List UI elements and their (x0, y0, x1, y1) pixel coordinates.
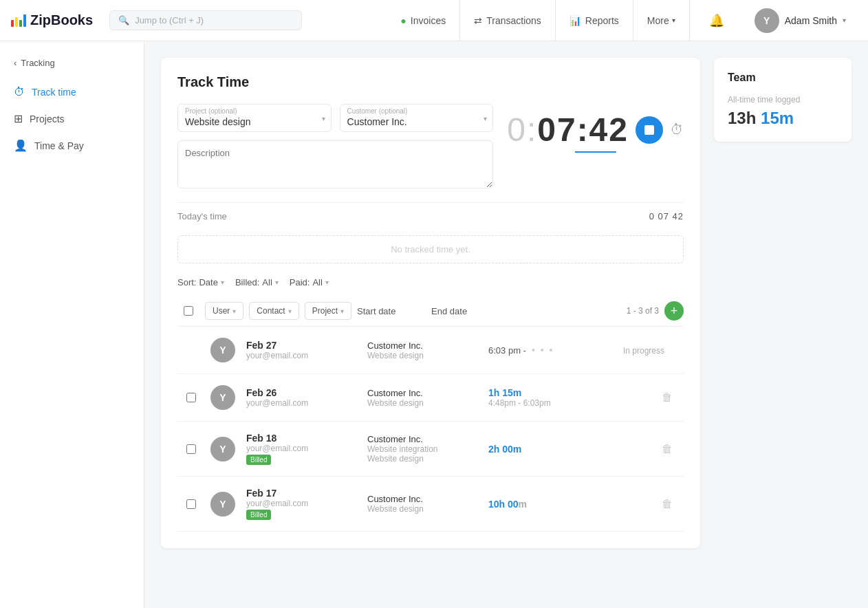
entry-email: your@email.com (246, 444, 356, 453)
start-date-column-header: Start date (357, 306, 426, 316)
track-time-card: Track Time Project (optional) Website de… (161, 58, 700, 548)
entry-date: Feb 17 (246, 488, 356, 499)
avatar: Y (210, 492, 235, 517)
row-select-checkbox[interactable] (186, 393, 196, 402)
sidebar-back-label: Tracking (21, 58, 54, 68)
timer-minutes: 07 (537, 111, 576, 148)
sidebar-item-track-time[interactable]: ⏱ Track time (0, 79, 144, 105)
row-checkbox-cell[interactable] (183, 444, 199, 454)
time-hours: 10h (488, 499, 508, 510)
customer-value: Customer Inc. (340, 115, 493, 131)
customer-select[interactable]: Customer (optional) Customer Inc. ▾ (340, 104, 494, 132)
contact-column-header[interactable]: Contact ▾ (249, 302, 299, 320)
billed-badge: Billed (246, 510, 271, 520)
entry-date-info: Feb 27 your@email.com (246, 340, 356, 360)
timer-seconds: 42 (589, 111, 629, 148)
clock-timer-wrapper: 0:07:42 ⏱ (507, 104, 684, 153)
entry-time-info: 10h 00m (488, 499, 645, 510)
entry-date-info: Feb 18 your@email.com Billed (246, 433, 356, 465)
avatar: Y (210, 385, 235, 410)
nav-invoices[interactable]: ● Invoices (387, 0, 460, 41)
sidebar-item-time-pay[interactable]: 👤 Time & Pay (0, 132, 144, 159)
in-progress-dots: • • • (532, 345, 554, 356)
entry-email: your@email.com (246, 398, 356, 408)
stop-button[interactable] (636, 116, 663, 144)
table-row: Y Feb 17 your@email.com Billed Customer … (177, 477, 684, 532)
select-all-checkbox[interactable] (184, 306, 193, 316)
entry-time-range: 4:48pm - 6:03pm (488, 398, 645, 408)
billed-label: Billed: (235, 277, 259, 287)
project-select[interactable]: Project (optional) Website design ▾ (177, 104, 332, 132)
customer-chevron-icon: ▾ (484, 114, 487, 122)
sidebar-back-button[interactable]: ‹ Tracking (0, 55, 144, 79)
table-row: Y Feb 26 your@email.com Customer Inc. We… (177, 374, 684, 422)
main-layout: ‹ Tracking ⏱ Track time ⊞ Projects 👤 Tim… (0, 41, 868, 608)
more-chevron-icon: ▾ (672, 17, 675, 24)
nav-transactions-label: Transactions (486, 15, 541, 26)
table-header: User ▾ Contact ▾ Project ▾ Start date En… (177, 296, 684, 327)
logo-bar-3 (19, 20, 22, 27)
delete-button[interactable]: 🗑 (656, 495, 678, 513)
page-title: Track Time (177, 74, 684, 90)
user-chevron-icon: ▾ (843, 17, 846, 24)
nav-reports[interactable]: 📊 Reports (556, 0, 633, 41)
user-col-chevron-icon: ▾ (232, 307, 236, 315)
logo-bar-1 (11, 20, 14, 27)
customer-label: Customer (optional) (340, 105, 493, 115)
filters-row: Sort: Date ▾ Billed: All ▾ Paid: All ▾ (177, 277, 684, 287)
app-logo[interactable]: ZipBooks (11, 12, 93, 28)
avatar: Y (210, 437, 235, 462)
stopwatch-icon[interactable]: ⏱ (670, 122, 684, 138)
sidebar-item-projects[interactable]: ⊞ Projects (0, 105, 144, 132)
clock-area: 0:07:42 ⏱ (507, 104, 684, 149)
avatar: Y (210, 338, 235, 362)
search-bar[interactable]: 🔍 Jump to (Ctrl + J) (109, 10, 302, 30)
add-entry-button[interactable]: + (664, 301, 684, 321)
row-checkbox-cell[interactable] (183, 499, 199, 509)
description-input[interactable] (177, 140, 493, 188)
entry-time-info: 2h 00m (488, 444, 645, 455)
row-select-checkbox[interactable] (186, 444, 196, 454)
entry-date: Feb 18 (246, 433, 356, 444)
todays-time-row: Today's time 0 07 42 (177, 202, 684, 230)
todays-time-value: 0 07 42 (649, 211, 684, 221)
entry-contact: Customer Inc. Website design (367, 494, 477, 514)
delete-button[interactable]: 🗑 (656, 440, 678, 458)
sort-chevron-icon: ▾ (221, 279, 224, 286)
selects-row: Project (optional) Website design ▾ Cust… (177, 104, 493, 132)
nav-items: ● Invoices ⇄ Transactions 📊 Reports More… (387, 0, 689, 41)
nav-transactions[interactable]: ⇄ Transactions (460, 0, 556, 41)
user-name: Adam Smith (785, 15, 837, 26)
timer-colon: : (577, 111, 589, 148)
timer-hours: 0: (507, 111, 537, 148)
sidebar-projects-label: Projects (30, 113, 65, 124)
clock-icon: ⏱ (14, 86, 25, 98)
stat-hours: 13h (728, 109, 756, 127)
entry-contact: Customer Inc. Website design (367, 340, 477, 360)
delete-button[interactable]: 🗑 (656, 389, 678, 406)
nav-more[interactable]: More ▾ (633, 0, 690, 41)
team-panel: Team All-time time logged 13h 15m (714, 58, 851, 142)
entry-status-label: In progress (623, 345, 678, 356)
nav-invoices-label: Invoices (411, 15, 446, 26)
timer-inputs: Project (optional) Website design ▾ Cust… (177, 104, 493, 188)
user-column-header[interactable]: User ▾ (205, 302, 243, 320)
topnav: ZipBooks 🔍 Jump to (Ctrl + J) ● Invoices… (0, 0, 868, 41)
entry-time-status: 6:03 pm - • • • (488, 345, 612, 356)
todays-time-label: Today's time (177, 211, 227, 221)
paid-filter[interactable]: Paid: All ▾ (290, 277, 329, 287)
search-icon: 🔍 (118, 15, 129, 25)
notifications-bell[interactable]: 🔔 (698, 13, 735, 28)
row-select-checkbox[interactable] (186, 499, 196, 509)
team-stat-value: 13h 15m (728, 109, 838, 128)
project-value: Website design (178, 115, 331, 131)
project-label: Project (optional) (178, 105, 331, 115)
billed-filter[interactable]: Billed: All ▾ (235, 277, 279, 287)
logo-bar-4 (23, 14, 26, 27)
row-checkbox-cell[interactable] (183, 393, 199, 402)
user-menu[interactable]: Y Adam Smith ▾ (744, 8, 857, 33)
entry-time-info: 1h 15m 4:48pm - 6:03pm (488, 387, 645, 408)
reports-icon: 📊 (569, 15, 581, 26)
sort-filter[interactable]: Sort: Date ▾ (177, 277, 224, 287)
project-column-header[interactable]: Project ▾ (305, 302, 351, 320)
